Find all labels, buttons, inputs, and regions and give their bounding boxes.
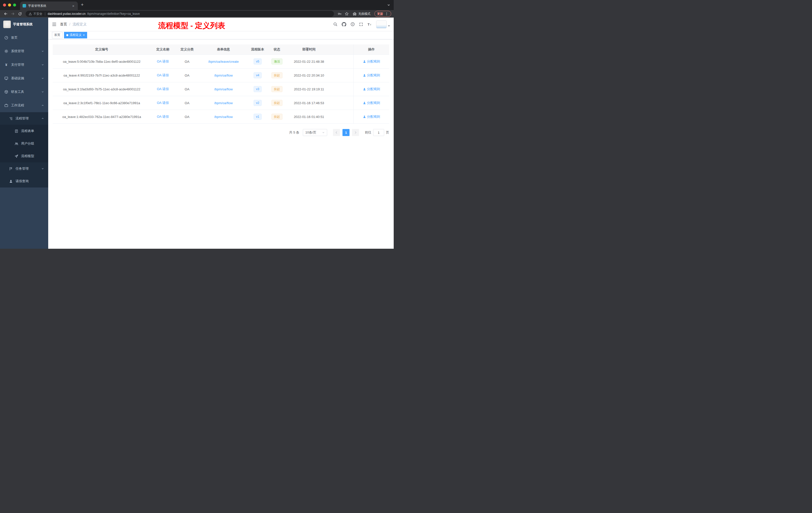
form-link[interactable]: /bpm/oa/flow [214, 73, 233, 77]
caret-down-icon[interactable] [388, 25, 390, 27]
header-category: 定义分类 [175, 44, 199, 55]
header-deploy-time: 部署时间 [287, 44, 331, 55]
definition-name-link[interactable]: OA 请假 [157, 73, 169, 78]
sidebar-item-payment[interactable]: ¥ 支付管理 [0, 58, 48, 71]
cell-deploy-time: 2022-01-16 17:46:53 [287, 96, 331, 110]
header-spacer [331, 44, 353, 55]
search-icon[interactable] [333, 22, 338, 26]
form-link[interactable]: /bpm/oa/leave/create [208, 60, 238, 63]
sidebar-item-label: 基础设施 [11, 76, 24, 81]
sidebar-item-process-mgmt[interactable]: 流程管理 [0, 112, 48, 125]
monitor-icon [4, 76, 8, 80]
sidebar-item-home[interactable]: 首页 [0, 31, 48, 44]
header-definition-name: 定义名称 [151, 44, 175, 55]
sidebar-item-system[interactable]: 系统管理 [0, 44, 48, 58]
definition-name-link[interactable]: OA 请假 [157, 59, 169, 64]
status-tag: 激活 [271, 58, 283, 64]
security-label[interactable]: 不安全 [33, 12, 42, 16]
cell-version: v5 [248, 55, 267, 68]
cell-form-info: /bpm/oa/flow [199, 68, 248, 82]
page-size-select[interactable]: 10条/页 [303, 129, 327, 136]
table-row: oa_leave:5:004b710b-7b8a-11ec-8ef0-acde4… [53, 55, 389, 68]
svg-text:?: ? [352, 23, 353, 26]
sidebar-logo[interactable]: 芋道管理系统 [0, 18, 48, 31]
goto-page-input[interactable] [373, 129, 384, 136]
sidebar-item-label: 任务管理 [16, 167, 29, 171]
status-tag: 挂起 [271, 114, 283, 120]
sidebar-item-label: 系统管理 [11, 49, 24, 54]
definition-name-link[interactable]: OA 请假 [157, 115, 169, 119]
assign-rule-button[interactable]: 分配规则 [363, 101, 380, 105]
tag-home[interactable]: 首页 [52, 32, 62, 38]
form-link[interactable]: /bpm/oa/flow [214, 87, 233, 91]
cell-status: 挂起 [267, 68, 287, 82]
definition-name-link[interactable]: OA 请假 [157, 101, 169, 105]
cell-category: OA [175, 82, 199, 96]
definition-name-link[interactable]: OA 请假 [157, 87, 169, 91]
cell-actions: 分配规则 [353, 82, 389, 96]
svg-text:T: T [370, 23, 371, 26]
menu-dots-icon[interactable] [385, 12, 388, 16]
cell-spacer [331, 68, 353, 82]
form-link[interactable]: /bpm/oa/flow [214, 115, 233, 119]
cell-version: v1 [248, 110, 267, 123]
cell-spacer [331, 55, 353, 68]
tab-close-icon[interactable]: × [71, 4, 75, 8]
user-group-icon [14, 142, 18, 146]
page-number-button[interactable]: 1 [343, 129, 349, 136]
form-icon [14, 129, 18, 133]
status-tag: 挂起 [271, 86, 283, 92]
sidebar-item-task-mgmt[interactable]: 任务管理 [0, 162, 48, 175]
browser-tab[interactable]: 芋道管理系统 × [20, 1, 78, 10]
avatar[interactable] [376, 20, 387, 28]
address-bar[interactable]: 不安全 dashboard.yudao.iocoder.cn /bpm/mana… [26, 11, 334, 17]
cell-actions: 分配规则 [353, 55, 389, 68]
new-tab-button[interactable]: + [78, 2, 87, 7]
cell-form-info: /bpm/oa/flow [199, 96, 248, 110]
fullscreen-icon[interactable] [359, 22, 363, 26]
sidebar-item-user-group[interactable]: 用户分组 [0, 137, 48, 150]
url-host: dashboard.yudao.iocoder.cn [48, 12, 86, 16]
form-link[interactable]: /bpm/oa/flow [214, 101, 233, 105]
version-tag: v4 [254, 72, 262, 78]
tab-title: 芋道管理系统 [28, 4, 69, 8]
tab-search-chevron-icon[interactable] [387, 3, 394, 6]
tag-close-icon[interactable]: × [83, 33, 85, 37]
assign-rule-button[interactable]: 分配规则 [363, 115, 380, 119]
minimize-window-button[interactable] [8, 3, 11, 6]
sidebar-item-process-form[interactable]: 流程表单 [0, 125, 48, 137]
forward-icon[interactable] [9, 10, 16, 17]
window-controls [0, 3, 20, 6]
user-icon [363, 60, 366, 63]
back-icon[interactable] [2, 10, 9, 17]
sidebar-item-infra[interactable]: 基础设施 [0, 71, 48, 85]
key-icon[interactable] [337, 10, 343, 17]
cell-deploy-time: 2022-01-22 21:48:38 [287, 55, 331, 68]
star-icon[interactable] [344, 10, 350, 17]
cell-version: v3 [248, 82, 267, 96]
sidebar-item-devtools[interactable]: 研发工具 [0, 85, 48, 99]
github-icon[interactable] [342, 22, 346, 27]
tag-current[interactable]: 流程定义 × [64, 32, 87, 38]
zoom-window-button[interactable] [13, 3, 16, 6]
hamburger-icon[interactable] [52, 22, 57, 27]
sidebar-item-leave-query[interactable]: 请假查询 [0, 175, 48, 187]
font-size-icon[interactable]: TT [367, 22, 372, 26]
breadcrumb-home[interactable]: 首页 [60, 22, 67, 27]
site-favicon-icon [23, 4, 26, 7]
sidebar-item-process-model[interactable]: 流程模型 [0, 150, 48, 162]
assign-rule-button[interactable]: 分配规则 [363, 87, 380, 91]
cell-category: OA [175, 110, 199, 123]
close-window-button[interactable] [3, 3, 6, 6]
cell-category: OA [175, 96, 199, 110]
app-shell: 芋道管理系统 首页 系统管理 ¥ 支付管理 [0, 18, 394, 249]
question-icon[interactable]: ? [350, 22, 355, 26]
next-page-button[interactable] [352, 129, 359, 136]
reload-icon[interactable] [17, 10, 23, 17]
sidebar-item-label: 用户分组 [21, 141, 34, 146]
assign-rule-button[interactable]: 分配规则 [363, 73, 380, 78]
prev-page-button[interactable] [333, 129, 340, 136]
browser-update-button[interactable]: 更新 [374, 11, 391, 17]
sidebar-item-workflow[interactable]: 工作流程 [0, 99, 48, 112]
assign-rule-button[interactable]: 分配规则 [363, 59, 380, 64]
